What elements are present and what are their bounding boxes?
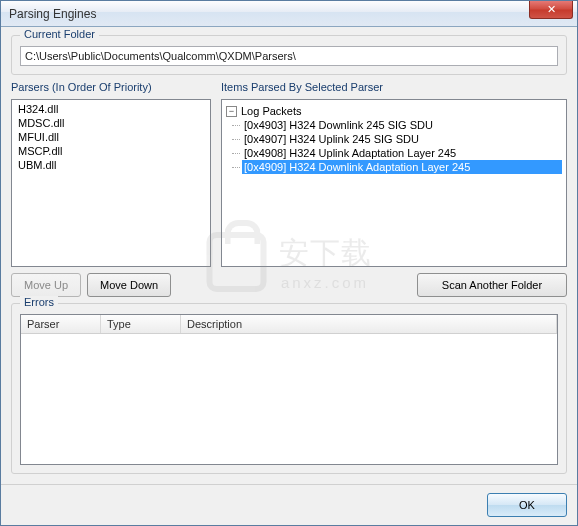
current-folder-group: Current Folder bbox=[11, 35, 567, 75]
scan-row: Scan Another Folder bbox=[221, 273, 567, 297]
list-item[interactable]: MFUI.dll bbox=[16, 130, 206, 144]
middle-columns: Parsers (In Order Of Priority) H324.dll … bbox=[11, 81, 567, 297]
errors-col-parser[interactable]: Parser bbox=[21, 315, 101, 333]
scan-folder-button[interactable]: Scan Another Folder bbox=[417, 273, 567, 297]
tree-column: Items Parsed By Selected Parser − Log Pa… bbox=[221, 81, 567, 297]
list-item[interactable]: H324.dll bbox=[16, 102, 206, 116]
ok-button[interactable]: OK bbox=[487, 493, 567, 517]
tree-root[interactable]: − Log Packets bbox=[226, 104, 562, 118]
window: Parsing Engines ✕ Current Folder Parsers… bbox=[0, 0, 578, 526]
tree-item[interactable]: [0x4909] H324 Downlink Adaptation Layer … bbox=[242, 160, 562, 174]
list-item[interactable]: UBM.dll bbox=[16, 158, 206, 172]
parsers-column: Parsers (In Order Of Priority) H324.dll … bbox=[11, 81, 211, 297]
titlebar: Parsing Engines ✕ bbox=[1, 1, 577, 27]
tree-item[interactable]: [0x4907] H324 Uplink 245 SIG SDU bbox=[242, 132, 562, 146]
parsers-label: Parsers (In Order Of Priority) bbox=[11, 81, 211, 93]
errors-col-description[interactable]: Description bbox=[181, 315, 557, 333]
errors-col-type[interactable]: Type bbox=[101, 315, 181, 333]
errors-group: Errors Parser Type Description bbox=[11, 303, 567, 474]
window-title: Parsing Engines bbox=[1, 7, 96, 21]
move-up-button[interactable]: Move Up bbox=[11, 273, 81, 297]
folder-path-input[interactable] bbox=[20, 46, 558, 66]
tree-root-label: Log Packets bbox=[241, 105, 302, 117]
tree-item[interactable]: [0x4903] H324 Downlink 245 SIG SDU bbox=[242, 118, 562, 132]
current-folder-label: Current Folder bbox=[20, 28, 99, 40]
tree-item[interactable]: [0x4908] H324 Uplink Adaptation Layer 24… bbox=[242, 146, 562, 160]
list-item[interactable]: MDSC.dll bbox=[16, 116, 206, 130]
dialog-footer: OK bbox=[1, 484, 577, 525]
reorder-buttons: Move Up Move Down bbox=[11, 273, 211, 297]
parsers-listbox[interactable]: H324.dll MDSC.dll MFUI.dll MSCP.dll UBM.… bbox=[11, 99, 211, 267]
close-button[interactable]: ✕ bbox=[529, 1, 573, 19]
parsed-items-tree[interactable]: − Log Packets [0x4903] H324 Downlink 245… bbox=[221, 99, 567, 267]
collapse-icon[interactable]: − bbox=[226, 106, 237, 117]
errors-table[interactable]: Parser Type Description bbox=[20, 314, 558, 465]
move-down-button[interactable]: Move Down bbox=[87, 273, 171, 297]
list-item[interactable]: MSCP.dll bbox=[16, 144, 206, 158]
errors-header-row: Parser Type Description bbox=[21, 315, 557, 334]
tree-label: Items Parsed By Selected Parser bbox=[221, 81, 567, 93]
content-area: Current Folder Parsers (In Order Of Prio… bbox=[1, 27, 577, 484]
tree-children: [0x4903] H324 Downlink 245 SIG SDU [0x49… bbox=[226, 118, 562, 174]
errors-label: Errors bbox=[20, 296, 58, 308]
